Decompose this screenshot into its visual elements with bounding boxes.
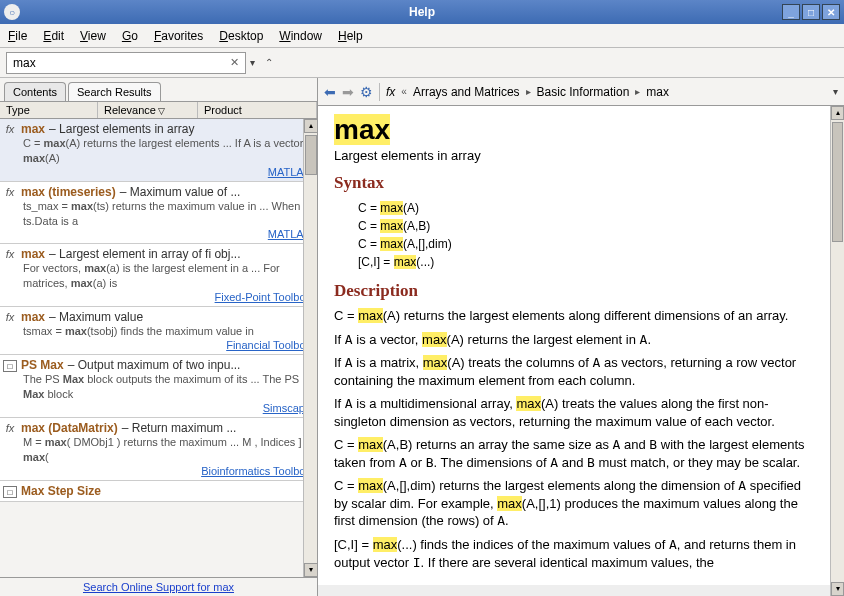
content-scrollbar[interactable]: ▴ ▾ [830, 106, 844, 596]
desc-para: If A is a multidimensional array, max(A)… [334, 395, 814, 430]
result-snippet: The PS Max block outputs the maximum of … [3, 372, 311, 402]
product-link[interactable]: Fixed-Point Toolbox [3, 291, 311, 303]
product-link[interactable]: Financial Toolbox [3, 339, 311, 351]
fx-icon: fx [3, 186, 17, 198]
desc-para: C = max(A,B) returns an array the same s… [334, 436, 814, 471]
desc-para: If A is a vector, max(A) returns the lar… [334, 331, 814, 349]
chevron-right-icon: ▸ [526, 86, 531, 97]
search-input[interactable] [6, 52, 246, 74]
breadcrumb-dropdown-icon[interactable]: ▾ [833, 86, 838, 97]
search-dropdown-icon[interactable]: ▾ [248, 57, 257, 68]
menu-favorites[interactable]: Favorites [154, 29, 203, 43]
result-desc: – Maximum value of ... [120, 185, 241, 199]
page-subtitle: Largest elements in array [334, 148, 814, 163]
result-snippet: ts_max = max(ts) returns the maximum val… [3, 199, 311, 229]
clear-search-icon[interactable]: ✕ [226, 56, 242, 69]
desc-para: [C,I] = max(...) finds the indices of th… [334, 536, 814, 571]
result-desc: – Largest elements in array [49, 122, 194, 136]
fx-icon: fx [3, 422, 17, 434]
scroll-up-icon[interactable]: ▴ [304, 119, 317, 133]
scroll-thumb[interactable] [832, 122, 843, 242]
header-product[interactable]: Product [198, 102, 317, 118]
menu-desktop[interactable]: Desktop [219, 29, 263, 43]
breadcrumb-basic[interactable]: Basic Information [537, 85, 630, 99]
fx-icon: fx [3, 123, 17, 135]
desc-para: C = max(A,[],dim) returns the largest el… [334, 477, 814, 530]
result-item[interactable]: fxmax – Largest element in array of fi o… [0, 244, 317, 307]
result-name: max [21, 122, 45, 136]
nav-back-icon[interactable]: ⬅ [324, 84, 336, 100]
breadcrumb-arrays[interactable]: Arrays and Matrices [413, 85, 520, 99]
app-icon: ○ [4, 4, 20, 20]
tab-contents[interactable]: Contents [4, 82, 66, 101]
results-list: fxmax – Largest elements in arrayC = max… [0, 119, 317, 502]
header-relevance[interactable]: Relevance▽ [98, 102, 198, 118]
chevron-right-icon: ▸ [635, 86, 640, 97]
sort-desc-icon: ▽ [158, 106, 165, 116]
menu-help[interactable]: Help [338, 29, 363, 43]
doc-content: max Largest elements in array Syntax C =… [318, 106, 844, 585]
result-item[interactable]: fxmax (DataMatrix) – Return maximum ...M… [0, 418, 317, 481]
menubar: File Edit View Go Favorites Desktop Wind… [0, 24, 844, 48]
results-scrollbar[interactable]: ▴ ▾ [303, 119, 317, 577]
page-title: max [334, 114, 390, 146]
search-toolbar: ✕ ▾ ⌃ [0, 48, 844, 78]
result-item[interactable]: fxmax – Largest elements in arrayC = max… [0, 119, 317, 182]
syntax-heading: Syntax [334, 173, 814, 193]
tab-search-results[interactable]: Search Results [68, 82, 161, 101]
result-snippet: tsmax = max(tsobj) finds the maximum val… [3, 324, 311, 339]
search-up-icon[interactable]: ⌃ [263, 57, 275, 68]
online-support-link[interactable]: Search Online Support for max [83, 581, 234, 593]
menu-edit[interactable]: Edit [43, 29, 64, 43]
desc-para: C = max(A) returns the largest elements … [334, 307, 814, 325]
gear-icon[interactable]: ⚙ [360, 84, 373, 100]
doc-toolbar: ⬅ ➡ ⚙ fx « Arrays and Matrices ▸ Basic I… [318, 78, 844, 106]
description-heading: Description [334, 281, 814, 301]
close-button[interactable]: ✕ [822, 4, 840, 20]
menu-go[interactable]: Go [122, 29, 138, 43]
titlebar: ○ Help _ □ ✕ [0, 0, 844, 24]
toolbar-divider [379, 83, 380, 101]
result-name: max [21, 247, 45, 261]
product-link[interactable]: MATLAB [3, 228, 311, 240]
result-snippet: M = max( DMObj1 ) returns the maximum ..… [3, 435, 311, 465]
scroll-thumb[interactable] [305, 135, 317, 175]
chevron-icon: « [401, 86, 407, 97]
fx-icon: fx [3, 248, 17, 260]
menu-file[interactable]: File [8, 29, 27, 43]
scroll-down-icon[interactable]: ▾ [304, 563, 317, 577]
breadcrumb-max[interactable]: max [646, 85, 669, 99]
product-link[interactable]: MATLAB [3, 166, 311, 178]
minimize-button[interactable]: _ [782, 4, 800, 20]
result-item[interactable]: □PS Max – Output maximum of two inpu...T… [0, 355, 317, 418]
result-item[interactable]: fxmax (timeseries) – Maximum value of ..… [0, 182, 317, 245]
result-desc: – Output maximum of two inpu... [68, 358, 241, 372]
fx-icon: fx [3, 311, 17, 323]
results-footer: Search Online Support for max [0, 577, 317, 596]
result-name: max (timeseries) [21, 185, 116, 199]
maximize-button[interactable]: □ [802, 4, 820, 20]
result-name: max [21, 310, 45, 324]
result-snippet: C = max(A) returns the largest elements … [3, 136, 311, 166]
result-name: Max Step Size [21, 484, 101, 498]
scroll-up-icon[interactable]: ▴ [831, 106, 844, 120]
result-name: PS Max [21, 358, 64, 372]
desc-para: If A is a matrix, max(A) treats the colu… [334, 354, 814, 389]
syntax-block: C = max(A) C = max(A,B) C = max(A,[],dim… [358, 199, 814, 271]
product-link[interactable]: Simscape [3, 402, 311, 414]
menu-view[interactable]: View [80, 29, 106, 43]
menu-window[interactable]: Window [279, 29, 322, 43]
result-desc: – Maximum value [49, 310, 143, 324]
block-icon: □ [3, 360, 17, 372]
header-type[interactable]: Type [0, 102, 98, 118]
window-title: Help [409, 5, 435, 19]
result-desc: – Return maximum ... [122, 421, 237, 435]
product-link[interactable]: Bioinformatics Toolbox [3, 465, 311, 477]
result-name: max (DataMatrix) [21, 421, 118, 435]
result-item[interactable]: □Max Step Size [0, 481, 317, 503]
result-snippet: For vectors, max(a) is the largest eleme… [3, 261, 311, 291]
scroll-down-icon[interactable]: ▾ [831, 582, 844, 596]
result-item[interactable]: fxmax – Maximum valuetsmax = max(tsobj) … [0, 307, 317, 355]
nav-forward-icon[interactable]: ➡ [342, 84, 354, 100]
block-icon: □ [3, 486, 17, 498]
